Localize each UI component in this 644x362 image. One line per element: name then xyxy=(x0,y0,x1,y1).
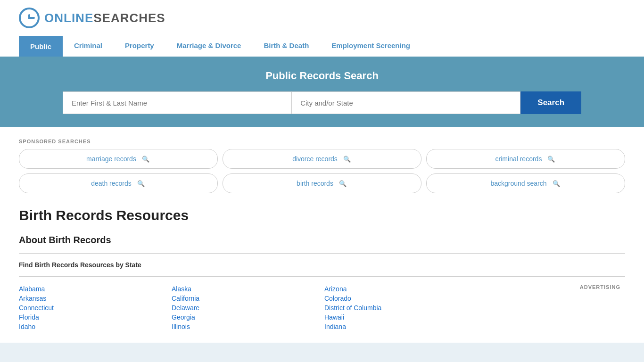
state-col-3: Arizona Colorado District of Columbia Ha… xyxy=(324,284,472,331)
state-link-arizona[interactable]: Arizona xyxy=(324,284,472,294)
state-link-idaho[interactable]: Idaho xyxy=(19,322,167,331)
nav-item-marriage-divorce[interactable]: Marriage & Divorce xyxy=(165,36,253,57)
sponsored-death-records[interactable]: death records 🔍 xyxy=(19,173,218,193)
state-link-georgia[interactable]: Georgia xyxy=(172,313,320,322)
search-button[interactable]: Search xyxy=(520,91,581,114)
sponsored-label: SPONSORED SEARCHES xyxy=(19,139,625,144)
search-banner-title: Public Records Search xyxy=(19,70,625,82)
about-title: About Birth Records xyxy=(19,235,625,246)
state-link-district-of-columbia[interactable]: District of Columbia xyxy=(324,303,472,313)
logo-area: ONLINE SEARCHES xyxy=(19,8,625,28)
state-section-label: Find Birth Records Resources by State xyxy=(19,261,625,269)
nav-item-public[interactable]: Public xyxy=(19,36,63,57)
advertising-label: ADVERTISING xyxy=(477,284,625,290)
state-link-arkansas[interactable]: Arkansas xyxy=(19,294,167,303)
main-nav: Public Criminal Property Marriage & Divo… xyxy=(19,36,625,57)
search-icon: 🔍 xyxy=(342,154,352,164)
state-grid: Alabama Arkansas Connecticut Florida Ida… xyxy=(19,284,625,331)
sponsored-marriage-label: marriage records xyxy=(86,155,136,163)
state-link-connecticut[interactable]: Connecticut xyxy=(19,303,167,313)
resources-main-title: Birth Records Resources xyxy=(19,207,625,223)
state-col-2: Alaska California Delaware Georgia Illin… xyxy=(172,284,320,331)
sponsored-divorce-label: divorce records xyxy=(292,155,338,163)
search-form: Search xyxy=(63,91,581,114)
state-col-1: Alabama Arkansas Connecticut Florida Ida… xyxy=(19,284,167,331)
sponsored-criminal-records[interactable]: criminal records 🔍 xyxy=(426,149,625,169)
search-icon: 🔍 xyxy=(136,179,146,188)
state-link-california[interactable]: California xyxy=(172,294,320,303)
sponsored-birth-label: birth records xyxy=(297,180,333,187)
sponsored-death-label: death records xyxy=(91,180,132,187)
divider-2 xyxy=(19,276,625,277)
sponsored-marriage-records[interactable]: marriage records 🔍 xyxy=(19,149,218,169)
sponsored-criminal-label: criminal records xyxy=(495,155,542,163)
divider-1 xyxy=(19,253,625,254)
sponsored-grid: marriage records 🔍 divorce records 🔍 cri… xyxy=(19,149,625,193)
search-icon: 🔍 xyxy=(552,179,561,188)
nav-item-birth-death[interactable]: Birth & Death xyxy=(252,36,320,57)
state-link-illinois[interactable]: Illinois xyxy=(172,322,320,331)
sponsored-birth-records[interactable]: birth records 🔍 xyxy=(223,173,421,193)
search-icon: 🔍 xyxy=(338,179,347,188)
name-input[interactable] xyxy=(63,91,291,114)
state-link-alaska[interactable]: Alaska xyxy=(172,284,320,294)
sponsored-divorce-records[interactable]: divorce records 🔍 xyxy=(223,149,421,169)
state-link-hawaii[interactable]: Hawaii xyxy=(324,313,472,322)
state-link-florida[interactable]: Florida xyxy=(19,313,167,322)
state-link-indiana[interactable]: Indiana xyxy=(324,322,472,331)
sponsored-background-search[interactable]: background search 🔍 xyxy=(426,173,625,193)
nav-item-property[interactable]: Property xyxy=(114,36,165,57)
search-icon: 🔍 xyxy=(546,154,556,164)
logo-text: ONLINE SEARCHES xyxy=(44,11,165,25)
header: ONLINE SEARCHES Public Criminal Property… xyxy=(0,0,644,57)
main-content: SPONSORED SEARCHES marriage records 🔍 di… xyxy=(0,127,644,343)
advertising-column: ADVERTISING xyxy=(477,284,625,331)
search-banner: Public Records Search Search xyxy=(0,57,644,127)
nav-item-employment[interactable]: Employment Screening xyxy=(320,36,421,57)
logo-searches: SEARCHES xyxy=(93,11,165,25)
state-link-alabama[interactable]: Alabama xyxy=(19,284,167,294)
search-icon: 🔍 xyxy=(141,154,150,164)
state-link-colorado[interactable]: Colorado xyxy=(324,294,472,303)
sponsored-background-label: background search xyxy=(490,180,546,187)
nav-item-criminal[interactable]: Criminal xyxy=(63,36,114,57)
state-link-delaware[interactable]: Delaware xyxy=(172,303,320,313)
logo-online: ONLINE xyxy=(44,11,93,25)
logo-icon xyxy=(19,8,40,28)
location-input[interactable] xyxy=(291,91,520,114)
